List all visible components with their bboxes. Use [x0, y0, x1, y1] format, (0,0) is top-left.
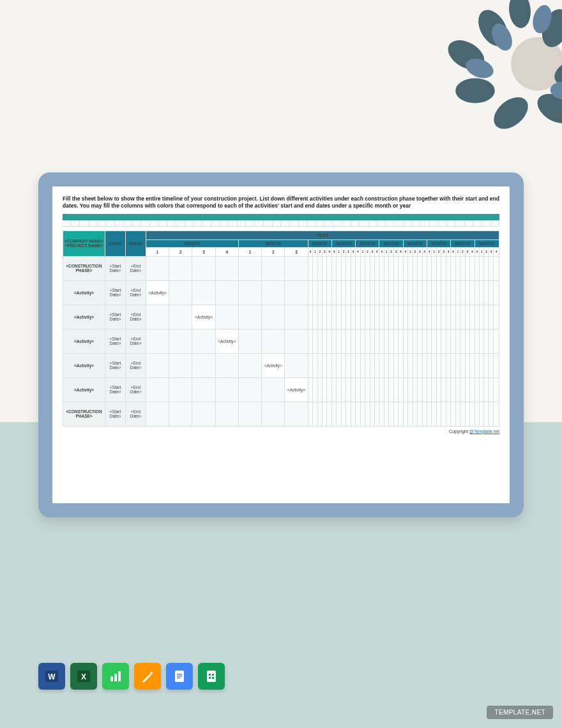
row-label: <Activity>	[63, 353, 105, 377]
timeline-cell	[436, 329, 441, 353]
header-day: 3	[441, 247, 446, 256]
excel-icon[interactable]: X	[70, 663, 97, 690]
header-month: MONTH	[238, 239, 308, 247]
timeline-cell	[384, 280, 388, 305]
header-month: MONTH	[427, 239, 450, 247]
watermark-badge: TEMPLATE.NET	[487, 706, 553, 719]
timeline-cell	[432, 402, 436, 426]
header-year: YEAR	[146, 231, 499, 239]
timeline-cell	[436, 305, 441, 329]
timeline-cell	[375, 256, 379, 280]
google-docs-icon[interactable]	[166, 663, 193, 690]
header-day: 2	[365, 247, 370, 256]
timeline-cell	[360, 256, 365, 280]
header-day: 4	[475, 247, 479, 256]
timeline-cell	[403, 256, 407, 280]
timeline-cell	[470, 377, 475, 402]
timeline-cell	[393, 305, 398, 329]
timeline-cell	[360, 402, 365, 426]
google-sheets-icon[interactable]	[198, 663, 225, 690]
timeline-cell	[317, 305, 322, 329]
timeline-cell	[475, 280, 479, 305]
timeline-cell	[389, 353, 393, 377]
timeline-cell	[446, 280, 450, 305]
timeline-cell	[441, 353, 446, 377]
timeline-cell	[399, 305, 403, 329]
header-day: 3	[323, 247, 327, 256]
template-board: Fill the sheet below to show the entire …	[38, 172, 524, 517]
svg-point-4	[488, 91, 534, 135]
timeline-cell	[285, 329, 308, 353]
timeline-cell	[379, 377, 384, 402]
header-day: 1	[313, 247, 317, 256]
timeline-cell	[465, 377, 469, 402]
timeline-cell	[413, 305, 417, 329]
timeline-cell	[351, 377, 355, 402]
timeline-cell	[455, 377, 460, 402]
timeline-cell	[460, 305, 465, 329]
header-day: 4	[375, 247, 379, 256]
header-day: 4	[308, 247, 312, 256]
svg-point-8	[508, 0, 532, 29]
timeline-cell	[323, 377, 327, 402]
header-month: MONTH	[475, 239, 499, 247]
timeline-cell	[413, 256, 417, 280]
header-company-project: <COMPANY NAME><PROJECT NAME>	[63, 231, 105, 256]
timeline-cell	[475, 329, 479, 353]
timeline-cell	[351, 305, 355, 329]
timeline-cell	[465, 353, 469, 377]
timeline-cell	[375, 377, 379, 402]
timeline-cell	[494, 353, 499, 377]
timeline-cell	[436, 280, 441, 305]
timeline-cell	[356, 256, 360, 280]
timeline-cell	[479, 353, 483, 377]
timeline-cell	[465, 280, 469, 305]
timeline-cell	[323, 329, 327, 353]
svg-point-20	[150, 672, 153, 674]
header-day: 4	[379, 247, 384, 256]
timeline-cell	[356, 402, 360, 426]
header-day: 2	[317, 247, 322, 256]
timeline-cell	[384, 329, 388, 353]
header-day: 1	[479, 247, 483, 256]
timeline-cell	[370, 256, 374, 280]
timeline-cell	[389, 377, 393, 402]
timeline-cell	[460, 377, 465, 402]
header-month: MONTH	[146, 239, 239, 247]
header-month: MONTH	[356, 239, 379, 247]
svg-rect-29	[212, 677, 214, 679]
start-date: <Start Date>	[105, 402, 126, 426]
timeline-cell	[446, 353, 450, 377]
timeline-cell	[413, 329, 417, 353]
timeline-cell	[403, 280, 407, 305]
timeline-cell	[238, 305, 261, 329]
timeline-cell	[408, 305, 413, 329]
numbers-icon[interactable]	[102, 663, 129, 690]
timeline-cell	[285, 305, 308, 329]
timeline-cell	[327, 329, 331, 353]
timeline-cell	[327, 280, 331, 305]
timeline-cell	[460, 402, 465, 426]
header-day: 2	[413, 247, 417, 256]
timeline-cell	[313, 353, 317, 377]
timeline-cell	[470, 353, 475, 377]
timeline-cell	[441, 305, 446, 329]
timeline-cell	[365, 353, 370, 377]
header-month: MONTH	[331, 239, 355, 247]
pages-icon[interactable]	[134, 663, 161, 690]
timeline-cell	[403, 305, 407, 329]
copyright-text: Copyright @Template.net	[63, 429, 499, 434]
timeline-cell	[146, 377, 169, 402]
timeline-cell	[238, 280, 261, 305]
word-icon[interactable]: W	[38, 663, 65, 690]
timeline-cell	[313, 280, 317, 305]
timeline-cell	[494, 280, 499, 305]
timeline-cell	[484, 377, 489, 402]
copyright-link[interactable]: @Template.net	[469, 429, 499, 434]
timeline-cell	[460, 280, 465, 305]
header-day: 1	[408, 247, 413, 256]
activity-cell: <Activity>	[215, 329, 238, 353]
timeline-cell	[384, 353, 388, 377]
timeline-cell	[460, 256, 465, 280]
timeline-cell	[399, 402, 403, 426]
